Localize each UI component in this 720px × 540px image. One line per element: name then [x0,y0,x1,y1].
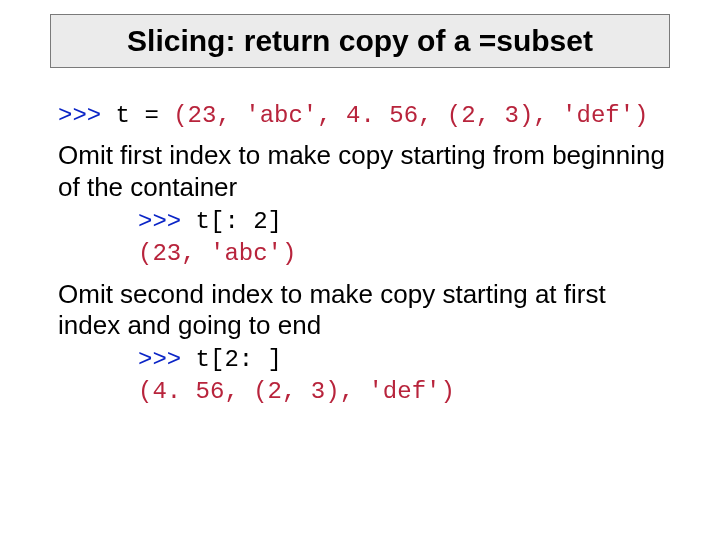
result-slice-from-2: (4. 56, (2, 3), 'def') [58,376,668,408]
code-expr: t[2: ] [196,346,282,373]
code-slice-to-2: >>> t[: 2] [58,206,668,238]
explanation-omit-first: Omit first index to make copy starting f… [58,140,668,203]
result-slice-to-2: (23, 'abc') [58,238,668,270]
code-tuple-literal: (23, 'abc', 4. 56, (2, 3), 'def') [173,102,648,129]
code-tuple-definition: >>> t = (23, 'abc', 4. 56, (2, 3), 'def'… [58,100,668,132]
repl-prompt: >>> [58,102,116,129]
slide-body: >>> t = (23, 'abc', 4. 56, (2, 3), 'def'… [58,100,668,409]
code-result-literal: (23, 'abc') [138,240,296,267]
explanation-omit-second: Omit second index to make copy starting … [58,279,668,342]
code-result-literal: (4. 56, (2, 3), 'def') [138,378,455,405]
repl-prompt: >>> [138,346,196,373]
code-slice-from-2: >>> t[2: ] [58,344,668,376]
code-assign: t = [116,102,174,129]
repl-prompt: >>> [138,208,196,235]
slide-title-box: Slicing: return copy of a =subset [50,14,670,68]
code-expr: t[: 2] [196,208,282,235]
slide-title: Slicing: return copy of a =subset [127,24,593,58]
